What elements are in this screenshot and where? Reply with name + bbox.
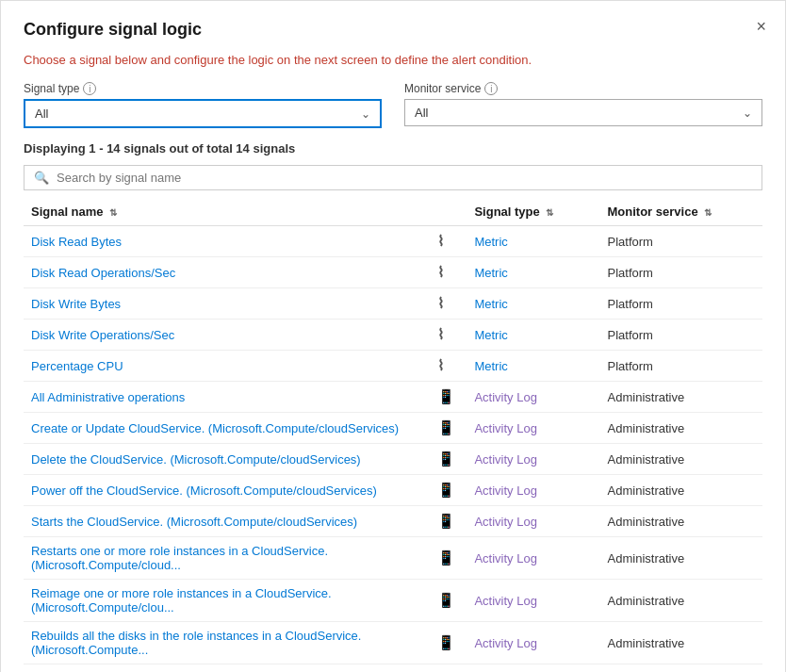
- activity-log-icon: 📱: [430, 444, 467, 475]
- signal-name-link[interactable]: Rebuilds all the disks in the role insta…: [31, 629, 361, 657]
- signal-type-info-icon[interactable]: i: [83, 82, 96, 95]
- filter-row: Signal type i All Metric Activity Log ⌄ …: [24, 82, 762, 128]
- table-header-row: Signal name ⇅ Signal type ⇅ Monitor serv…: [24, 198, 762, 226]
- signal-type-value: Activity Log: [474, 515, 536, 529]
- signal-type-value: Activity Log: [474, 551, 536, 565]
- signal-type-value: Metric: [474, 328, 507, 342]
- signal-type-value: Activity Log: [474, 484, 536, 498]
- signal-type-label: Signal type i: [24, 82, 382, 95]
- metric-icon: ⌇: [430, 351, 467, 382]
- signal-name-link[interactable]: Reimage one or more role instances in a …: [31, 586, 332, 615]
- monitor-service-select[interactable]: All Platform Administrative: [405, 100, 761, 125]
- monitor-service-value: Platform: [600, 226, 762, 257]
- table-row: Disk Write Operations/Sec⌇MetricPlatform: [24, 320, 762, 351]
- signal-name-link[interactable]: Disk Read Bytes: [31, 235, 122, 249]
- activity-log-icon: 📱: [430, 580, 467, 622]
- signal-name-link[interactable]: Disk Read Operations/Sec: [31, 266, 175, 280]
- monitor-service-info-icon[interactable]: i: [484, 82, 498, 95]
- signal-name-link[interactable]: Starts the CloudService. (Microsoft.Comp…: [31, 515, 357, 529]
- sort-signal-type-icon[interactable]: ⇅: [546, 207, 553, 218]
- signal-type-value: Metric: [474, 266, 507, 280]
- monitor-service-value: Platform: [600, 257, 762, 288]
- signal-type-select-wrapper: All Metric Activity Log ⌄: [24, 99, 382, 128]
- signal-name-link[interactable]: All Administrative operations: [31, 390, 185, 404]
- close-button[interactable]: ×: [756, 18, 766, 35]
- table-row: Percentage CPU⌇MetricPlatform: [24, 351, 762, 382]
- signal-type-select[interactable]: All Metric Activity Log: [25, 101, 380, 126]
- monitor-service-value: Administrative: [600, 475, 762, 506]
- monitor-service-value: Administrative: [600, 664, 762, 673]
- monitor-service-value: Administrative: [600, 580, 762, 622]
- signal-type-value: Metric: [474, 359, 507, 373]
- monitor-service-value: Platform: [600, 351, 762, 382]
- metric-icon: ⌇: [430, 288, 467, 320]
- table-row: Restarts one or more role instances in a…: [24, 537, 762, 580]
- activity-log-icon: 📱: [430, 664, 467, 673]
- monitor-service-value: Platform: [600, 288, 762, 320]
- table-row: Rebuilds all the disks in the role insta…: [24, 622, 762, 664]
- signal-type-value: Activity Log: [474, 390, 536, 404]
- signal-name-link[interactable]: Disk Write Bytes: [31, 297, 121, 311]
- activity-log-icon: 📱: [430, 537, 467, 580]
- activity-log-icon: 📱: [430, 413, 467, 444]
- search-box: 🔍: [24, 165, 762, 190]
- activity-log-icon: 📱: [430, 506, 467, 537]
- signal-type-value: Activity Log: [474, 594, 536, 608]
- monitor-service-value: Administrative: [600, 622, 762, 664]
- signal-name-link[interactable]: Delete the CloudService. (Microsoft.Comp…: [31, 452, 361, 467]
- signal-type-value: Activity Log: [474, 636, 536, 650]
- monitor-service-group: Monitor service i All Platform Administr…: [404, 82, 762, 128]
- table-row: Reimage one or more role instances in a …: [24, 580, 762, 622]
- table-row: Delete the CloudService. (Microsoft.Comp…: [24, 444, 762, 475]
- monitor-service-value: Platform: [600, 320, 762, 351]
- search-icon: 🔍: [34, 171, 49, 185]
- configure-signal-panel: × Configure signal logic Choose a signal…: [0, 0, 786, 672]
- monitor-service-value: Administrative: [600, 444, 762, 475]
- signal-type-value: Metric: [474, 235, 507, 249]
- monitor-service-value: Administrative: [600, 537, 762, 580]
- sort-monitor-service-icon[interactable]: ⇅: [704, 207, 712, 218]
- signal-name-link[interactable]: Power off the CloudService. (Microsoft.C…: [31, 484, 377, 498]
- signal-name-link[interactable]: Restarts one or more role instances in a…: [31, 544, 328, 572]
- signal-type-group: Signal type i All Metric Activity Log ⌄: [24, 82, 382, 128]
- sort-signal-name-icon[interactable]: ⇅: [109, 207, 117, 218]
- signal-name-link[interactable]: Percentage CPU: [31, 359, 123, 373]
- metric-icon: ⌇: [430, 257, 467, 288]
- table-row: Create or Update CloudService. (Microsof…: [24, 413, 762, 444]
- monitor-service-value: Administrative: [600, 506, 762, 537]
- signal-name-link[interactable]: Create or Update CloudService. (Microsof…: [31, 421, 399, 435]
- table-row: Deletes role instances in a CloudService…: [24, 664, 762, 673]
- table-row: Disk Read Bytes⌇MetricPlatform: [24, 226, 762, 257]
- monitor-service-select-wrapper: All Platform Administrative ⌄: [404, 99, 762, 126]
- table-row: Starts the CloudService. (Microsoft.Comp…: [24, 506, 762, 537]
- info-text: Choose a signal below and configure the …: [24, 53, 762, 67]
- signal-type-value: Activity Log: [474, 421, 536, 435]
- col-header-monitor-service: Monitor service ⇅: [600, 198, 762, 226]
- activity-log-icon: 📱: [430, 622, 467, 664]
- search-input[interactable]: [57, 171, 752, 185]
- monitor-service-value: Administrative: [600, 382, 762, 413]
- monitor-service-label: Monitor service i: [404, 82, 762, 95]
- metric-icon: ⌇: [430, 226, 467, 257]
- panel-title: Configure signal logic: [24, 20, 762, 40]
- table-row: Disk Read Operations/Sec⌇MetricPlatform: [24, 257, 762, 288]
- signal-type-value: Activity Log: [474, 452, 536, 467]
- signals-table: Signal name ⇅ Signal type ⇅ Monitor serv…: [24, 198, 762, 672]
- col-header-signal-name: Signal name ⇅: [24, 198, 430, 226]
- col-header-type-icon: [430, 198, 467, 226]
- display-count: Displaying 1 - 14 signals out of total 1…: [24, 141, 762, 156]
- signal-type-value: Metric: [474, 297, 507, 311]
- metric-icon: ⌇: [430, 320, 467, 351]
- monitor-service-value: Administrative: [600, 413, 762, 444]
- activity-log-icon: 📱: [430, 382, 467, 413]
- signal-name-link[interactable]: Disk Write Operations/Sec: [31, 328, 174, 342]
- col-header-signal-type: Signal type ⇅: [467, 198, 599, 226]
- activity-log-icon: 📱: [430, 475, 467, 506]
- table-row: Disk Write Bytes⌇MetricPlatform: [24, 288, 762, 320]
- table-row: Power off the CloudService. (Microsoft.C…: [24, 475, 762, 506]
- table-row: All Administrative operations📱Activity L…: [24, 382, 762, 413]
